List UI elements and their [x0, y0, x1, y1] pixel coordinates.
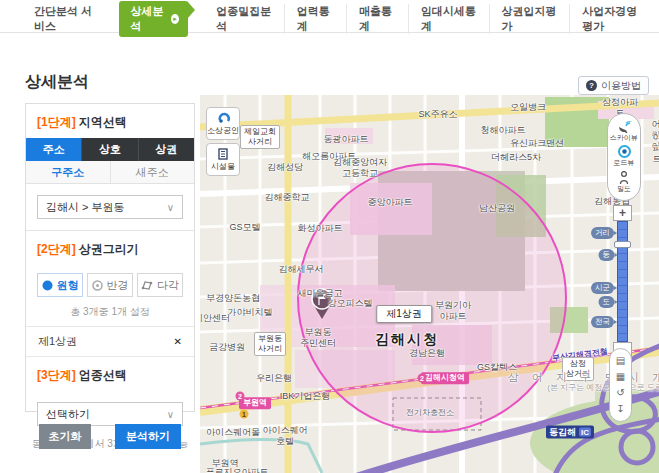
subtab-old-address[interactable]: 구주소 [26, 161, 110, 183]
map-tools: ▤ ▦ ↺ ↧ [609, 348, 632, 422]
tool-circle-label: 원형 [57, 278, 79, 293]
map-canvas [200, 95, 659, 473]
chevron-down-icon: ∨ [167, 409, 174, 420]
step1-subtabs: 구주소 새주소 [26, 161, 194, 184]
roadview-button[interactable]: 로드뷰 [614, 145, 635, 167]
step1-tabs: 주소 상호 상권 [26, 138, 194, 161]
step1-title: 지역선택 [79, 115, 127, 129]
question-icon: ? [586, 80, 597, 91]
skyview-label: 스카이뷰 [610, 133, 638, 142]
chevron-down-icon: ∨ [167, 202, 174, 213]
circle-icon [42, 280, 53, 291]
roadview-label: 로드뷰 [614, 158, 635, 167]
nav-tab-sales-stats[interactable]: 매출통계 [346, 4, 408, 34]
density-label: 밀도 [617, 184, 631, 193]
analysis-panel: [1단계]지역선택 주소 상호 상권 구주소 새주소 김해시 > 부원동 ∨ [… [25, 103, 195, 412]
zoom-level-tag[interactable]: 전국 [591, 316, 614, 328]
nav-tab-industry-density[interactable]: 업종밀집분석 [204, 4, 284, 34]
building-icon [217, 148, 229, 160]
layer-button-facilities-label: 시설물 [211, 161, 235, 172]
area-item-label: 제1상권 [38, 334, 77, 349]
step2-header: [2단계]상권그리기 [26, 231, 194, 265]
step3-badge: [3단계] [37, 368, 76, 382]
page-title: 상세분석 [25, 72, 89, 93]
tool-polygon-button[interactable]: 다각 [137, 273, 183, 297]
person-icon [619, 171, 629, 184]
industry-select[interactable]: 선택하기 ∨ [37, 402, 183, 426]
smallbiz-logo-icon [217, 111, 230, 124]
tool-radius-button[interactable]: 반경 [87, 273, 133, 297]
draw-tools: 원형 반경 다각 [37, 273, 183, 297]
step3-header: [3단계]업종선택 [26, 357, 194, 391]
tab-address[interactable]: 주소 [26, 138, 81, 161]
nav-tab-rent-stats[interactable]: 임대시세통계 [408, 4, 489, 34]
zoom-level-tag[interactable]: 동 [599, 249, 615, 261]
step3-title: 업종선택 [79, 368, 127, 382]
zoom-level-tag[interactable]: 도 [599, 296, 615, 308]
nav-active-label: 상세분석 [130, 4, 167, 34]
download-icon[interactable]: ↧ [616, 404, 624, 414]
nav-tab-business-rating[interactable]: 사업자경영평가 [569, 4, 659, 34]
region-select-value: 김해시 > 부원동 [46, 200, 125, 215]
step2-title: 상권그리기 [79, 242, 139, 256]
tab-store-name[interactable]: 상호 [81, 138, 137, 161]
layer-button-facilities[interactable]: 시설물 [206, 143, 240, 176]
area-item-row: 제1상권 ✕ [26, 326, 194, 357]
top-navigation: 간단분석 서비스 상세분석 ▸ 업종밀집분석 업력통계 매출통계 임대시세통계 … [0, 6, 659, 33]
reset-button[interactable]: 초기화 [39, 424, 91, 449]
nav-tab-simple-analysis[interactable]: 간단분석 서비스 [22, 4, 113, 34]
satellite-dish-icon [617, 121, 632, 133]
layer-button-smallbiz-label: 소상공인 [207, 125, 239, 136]
industry-select-value: 선택하기 [46, 407, 90, 422]
step1-badge: [1단계] [37, 115, 76, 129]
tool-circle-button[interactable]: 원형 [37, 273, 83, 297]
step1-header: [1단계]지역선택 [26, 104, 194, 138]
subtab-new-address[interactable]: 새주소 [110, 161, 195, 183]
radius-icon [92, 280, 103, 291]
cadastral-map-icon[interactable]: ▦ [616, 372, 625, 382]
map-view-controls: 스카이뷰 로드뷰 밀도 [607, 113, 641, 201]
measure-icon[interactable]: ▤ [616, 356, 625, 366]
tool-polygon-label: 다각 [157, 278, 179, 293]
zoom-level-tag[interactable]: 거리 [591, 227, 614, 239]
remove-area-icon[interactable]: ✕ [174, 336, 182, 347]
polygon-icon [141, 280, 153, 291]
zoom-slider-handle[interactable] [614, 241, 631, 248]
layer-button-smallbiz[interactable]: 소상공인 [206, 107, 240, 140]
zoom-slider-track[interactable] [617, 221, 628, 342]
tool-radius-label: 반경 [107, 278, 129, 293]
action-buttons: 초기화 분석하기 [25, 424, 195, 449]
nav-tab-detail-analysis-active[interactable]: 상세분석 ▸ [119, 1, 188, 37]
area-count-text: 총 3개중 1개 설정 [26, 305, 194, 319]
trade-area-circle[interactable] [298, 164, 566, 432]
undo-icon[interactable]: ↺ [616, 388, 624, 398]
nav-tab-location-rating[interactable]: 상권입지평가 [489, 4, 570, 34]
help-button-label: 이용방법 [601, 79, 641, 93]
help-button[interactable]: ? 이용방법 [578, 76, 649, 95]
skyview-button[interactable]: 스카이뷰 [610, 121, 638, 142]
map-area[interactable]: 제일교회 사거리동광아파트해오름아파트김해중앙여자 고등학교김해성당김해중학교오… [200, 95, 659, 473]
density-button[interactable]: 밀도 [617, 171, 631, 193]
region-select[interactable]: 김해시 > 부원동 ∨ [37, 195, 183, 219]
zoom-level-tag[interactable]: 시군 [591, 282, 614, 294]
tab-trade-area[interactable]: 상권 [138, 138, 194, 161]
arrow-circle-icon: ▸ [171, 14, 179, 24]
analyze-button[interactable]: 분석하기 [115, 424, 181, 449]
step2-badge: [2단계] [37, 242, 76, 256]
nav-tab-business-age-stats[interactable]: 업력통계 [284, 4, 346, 34]
zoom-in-button[interactable]: + [613, 205, 632, 221]
roadview-icon [618, 145, 631, 158]
